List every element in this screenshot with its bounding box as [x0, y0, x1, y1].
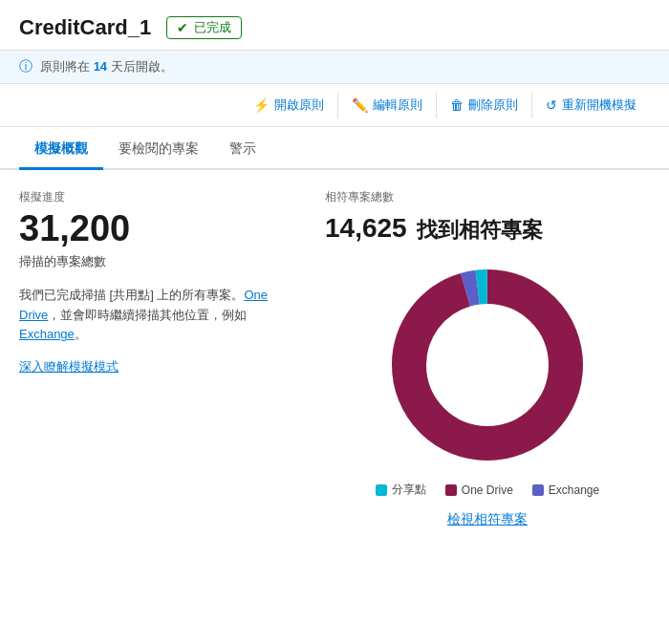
scanned-count: 31,200	[19, 209, 306, 249]
onedrive-legend-label: One Drive	[462, 483, 513, 497]
toolbar: ⚡ 開啟原則 ✏️ 編輯原則 🗑 刪除原則 ↺ 重新開機模擬	[0, 84, 669, 127]
info-text: 原則將在 14 天后開啟。	[40, 58, 173, 75]
open-policy-button[interactable]: ⚡ 開啟原則	[240, 92, 338, 118]
review-matches-link[interactable]: 檢視相符專案	[325, 511, 650, 528]
check-icon: ✔	[177, 20, 188, 35]
info-highlight: 14	[94, 59, 107, 74]
description-text: 我們已完成掃描 [共用點] 上的所有專案。One Drive，並會即時繼續掃描其…	[19, 286, 306, 345]
chart-legend: 分享點 One Drive Exchange	[325, 482, 650, 498]
refresh-icon: ↺	[546, 97, 557, 113]
exchange-link[interactable]: Exchange	[19, 327, 75, 341]
info-icon: ⓘ	[19, 58, 32, 75]
scanned-count-label: 掃描的專案總數	[19, 253, 306, 270]
edit-policy-label: 編輯原則	[373, 97, 422, 114]
exchange-legend-label: Exchange	[549, 483, 599, 497]
tab-alerts[interactable]: 警示	[214, 131, 271, 170]
lightning-icon: ⚡	[253, 97, 270, 113]
status-badge: ✔ 已完成	[166, 16, 242, 39]
learn-more-link[interactable]: 深入瞭解模擬模式	[19, 358, 306, 376]
trash-icon: 🗑	[450, 97, 464, 113]
open-policy-label: 開啟原則	[274, 97, 324, 114]
match-header: 14,625 找到相符專案	[325, 213, 543, 245]
svg-point-4	[427, 305, 548, 425]
sharepoint-dot	[376, 484, 387, 496]
delete-policy-button[interactable]: 🗑 刪除原則	[437, 92, 532, 118]
onedrive-dot	[445, 484, 457, 496]
info-bar: ⓘ 原則將在 14 天后開啟。	[0, 51, 669, 84]
main-content: 模擬進度 31,200 掃描的專案總數 我們已完成掃描 [共用點] 上的所有專案…	[0, 170, 669, 547]
simulation-progress-label: 模擬進度	[19, 189, 306, 205]
onedrive-link[interactable]: One Drive	[19, 288, 268, 322]
edit-policy-button[interactable]: ✏️ 編輯原則	[338, 92, 437, 118]
right-panel: 相符專案總數 14,625 找到相符專案	[325, 189, 650, 528]
page-header: CreditCard_1 ✔ 已完成	[0, 0, 669, 51]
match-section-label: 相符專案總數	[325, 189, 394, 205]
match-label: 找到相符專案	[417, 216, 543, 245]
edit-icon: ✏️	[352, 97, 368, 113]
status-label: 已完成	[194, 19, 231, 36]
left-panel: 模擬進度 31,200 掃描的專案總數 我們已完成掃描 [共用點] 上的所有專案…	[19, 189, 306, 528]
tab-items-to-review[interactable]: 要檢閱的專案	[103, 131, 214, 170]
sharepoint-legend-label: 分享點	[392, 482, 426, 498]
legend-exchange: Exchange	[532, 482, 599, 498]
page-title: CreditCard_1	[19, 15, 151, 40]
restart-simulation-label: 重新開機模擬	[562, 97, 637, 114]
tab-simulation-overview[interactable]: 模擬概觀	[19, 131, 103, 170]
legend-onedrive: One Drive	[445, 482, 513, 498]
exchange-dot	[532, 484, 544, 496]
restart-simulation-button[interactable]: ↺ 重新開機模擬	[532, 92, 650, 118]
match-number: 14,625	[325, 213, 407, 244]
tab-bar: 模擬概觀 要檢閱的專案 警示	[0, 131, 669, 170]
legend-sharepoint: 分享點	[376, 482, 426, 498]
delete-policy-label: 刪除原則	[468, 97, 518, 114]
donut-chart	[382, 260, 593, 470]
